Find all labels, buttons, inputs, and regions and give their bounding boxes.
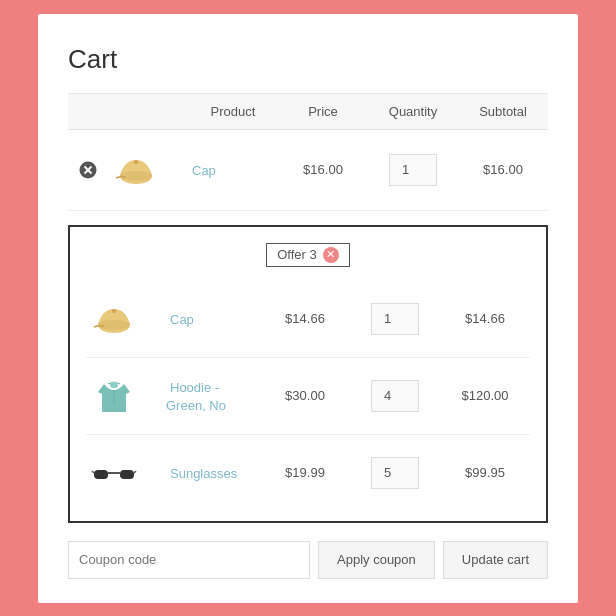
bundle-sunglasses-price: $19.99	[260, 465, 350, 480]
bundle-hoodie-qty-cell	[350, 380, 440, 412]
bundle-sunglasses-subtotal: $99.95	[440, 465, 530, 480]
table-row: Sunglasses $19.99 $99.95	[86, 435, 530, 511]
col-remove	[68, 104, 108, 119]
update-cart-button[interactable]: Update cart	[443, 541, 548, 579]
svg-rect-12	[120, 470, 134, 479]
hoodie-image-icon	[90, 372, 138, 420]
cap-image-icon	[112, 146, 160, 194]
table-row: Cap $14.66 $14.66	[86, 281, 530, 358]
col-subtotal: Subtotal	[458, 104, 548, 119]
bundle-cap-subtotal: $14.66	[440, 311, 530, 326]
col-quantity: Quantity	[368, 104, 458, 119]
subtotal-cap: $16.00	[458, 162, 548, 177]
cart-card: Cart Product Price Quantity Subtotal	[38, 14, 578, 603]
svg-point-8	[112, 309, 116, 313]
cart-table-header: Product Price Quantity Subtotal	[68, 93, 548, 130]
product-image-hoodie	[86, 368, 142, 424]
bundle-cap-qty-input[interactable]	[371, 303, 419, 335]
bundle-tag: Offer 3 ✕	[266, 243, 350, 267]
svg-point-5	[134, 160, 138, 164]
bundle-product-link-cap[interactable]: Cap	[166, 312, 194, 327]
product-price-cap: $16.00	[278, 162, 368, 177]
svg-point-4	[120, 171, 152, 181]
product-name-cell: Cap	[188, 161, 278, 179]
bundle-tag-label: Offer 3	[277, 247, 317, 262]
product-image-bundle-cap	[86, 291, 142, 347]
product-link-cap[interactable]: Cap	[188, 163, 216, 178]
bundle-cap-price: $14.66	[260, 311, 350, 326]
product-image-cap	[108, 142, 164, 198]
bundle-sunglasses-qty-cell	[350, 457, 440, 489]
remove-item-button[interactable]	[68, 161, 108, 179]
bundle-cap-image-icon	[90, 295, 138, 343]
svg-point-7	[98, 320, 130, 330]
product-name-cell: Hoodie - Green, No	[166, 378, 260, 414]
bundle-hoodie-subtotal: $120.00	[440, 388, 530, 403]
bundle-sunglasses-qty-input[interactable]	[371, 457, 419, 489]
remove-icon	[79, 161, 97, 179]
col-price: Price	[278, 104, 368, 119]
product-image-sunglasses	[86, 445, 142, 501]
bundle-product-link-hoodie[interactable]: Hoodie - Green, No	[166, 380, 226, 413]
svg-line-14	[92, 471, 94, 473]
table-row: Hoodie - Green, No $30.00 $120.00	[86, 358, 530, 435]
page-title: Cart	[68, 44, 548, 75]
bundle-tag-row: Offer 3 ✕	[86, 243, 530, 267]
col-product: Product	[188, 104, 278, 119]
sunglasses-image-icon	[90, 449, 138, 497]
product-name-cell: Cap	[166, 310, 260, 328]
quantity-input-cap[interactable]	[389, 154, 437, 186]
product-name-cell: Sunglasses	[166, 464, 260, 482]
bundle-hoodie-price: $30.00	[260, 388, 350, 403]
bottom-bar: Apply coupon Update cart	[68, 541, 548, 579]
bundle-cap-qty-cell	[350, 303, 440, 335]
bundle-box: Offer 3 ✕ Cap $14.66 $14.	[68, 225, 548, 523]
coupon-code-input[interactable]	[68, 541, 310, 579]
bundle-remove-button[interactable]: ✕	[323, 247, 339, 263]
bundle-product-link-sunglasses[interactable]: Sunglasses	[166, 466, 237, 481]
apply-coupon-button[interactable]: Apply coupon	[318, 541, 435, 579]
bundle-hoodie-qty-input[interactable]	[371, 380, 419, 412]
quantity-cell-cap	[368, 154, 458, 186]
svg-line-15	[134, 471, 136, 473]
table-row: Cap $16.00 $16.00	[68, 130, 548, 211]
col-image	[108, 104, 188, 119]
svg-rect-11	[94, 470, 108, 479]
svg-rect-9	[110, 382, 118, 388]
